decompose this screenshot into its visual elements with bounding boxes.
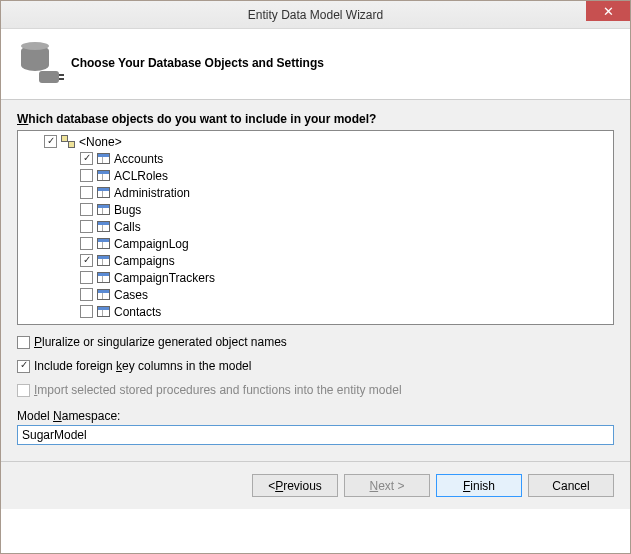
- titlebar: Entity Data Model Wizard ✕: [1, 1, 630, 29]
- database-icon: [19, 43, 59, 83]
- tree-item[interactable]: Administration: [80, 184, 613, 201]
- checkbox-root[interactable]: [44, 135, 57, 148]
- tree-item[interactable]: Bugs: [80, 201, 613, 218]
- table-icon: [97, 170, 110, 181]
- table-icon: [97, 306, 110, 317]
- option-import-sp-label: Import selected stored procedures and fu…: [34, 383, 402, 397]
- tree-item[interactable]: Cases: [80, 286, 613, 303]
- tree-item-label: Accounts: [114, 152, 163, 166]
- header-heading: Choose Your Database Objects and Setting…: [71, 56, 324, 70]
- question-label: Which database objects do you want to in…: [17, 112, 614, 126]
- tree-item[interactable]: Contacts: [80, 303, 613, 320]
- checkbox-item[interactable]: [80, 271, 93, 284]
- table-icon: [97, 255, 110, 266]
- wizard-footer: < Previous Next > Finish Cancel: [1, 461, 630, 509]
- table-icon: [97, 187, 110, 198]
- checkbox-item[interactable]: [80, 254, 93, 267]
- tree-item-label: CampaignLog: [114, 237, 189, 251]
- checkbox-item[interactable]: [80, 220, 93, 233]
- tree-item-label: Calls: [114, 220, 141, 234]
- tree-item[interactable]: Accounts: [80, 150, 613, 167]
- close-icon: ✕: [603, 4, 614, 19]
- tree-item-label: Bugs: [114, 203, 141, 217]
- tree-item[interactable]: CampaignTrackers: [80, 269, 613, 286]
- checkbox-item[interactable]: [80, 169, 93, 182]
- table-icon: [97, 153, 110, 164]
- close-button[interactable]: ✕: [586, 1, 630, 21]
- tree-root-label: <None>: [79, 135, 122, 149]
- next-button: Next >: [344, 474, 430, 497]
- checkbox-item[interactable]: [80, 186, 93, 199]
- checkbox-import-sp: [17, 384, 30, 397]
- table-icon: [97, 272, 110, 283]
- tree-item[interactable]: CampaignLog: [80, 235, 613, 252]
- tree-item[interactable]: ACLRoles: [80, 167, 613, 184]
- table-icon: [97, 221, 110, 232]
- wizard-header: Choose Your Database Objects and Setting…: [1, 29, 630, 99]
- checkbox-foreign-keys[interactable]: [17, 360, 30, 373]
- option-pluralize-label: Pluralize or singularize generated objec…: [34, 335, 287, 349]
- tree-item-label: Contacts: [114, 305, 161, 319]
- checkbox-item[interactable]: [80, 305, 93, 318]
- checkbox-item[interactable]: [80, 152, 93, 165]
- previous-button[interactable]: < Previous: [252, 474, 338, 497]
- option-foreign-keys[interactable]: Include foreign key columns in the model: [17, 359, 614, 373]
- option-import-sp: Import selected stored procedures and fu…: [17, 383, 614, 397]
- namespace-input[interactable]: [17, 425, 614, 445]
- tree-item[interactable]: Campaigns: [80, 252, 613, 269]
- tree-item[interactable]: Calls: [80, 218, 613, 235]
- finish-button[interactable]: Finish: [436, 474, 522, 497]
- option-foreign-keys-label: Include foreign key columns in the model: [34, 359, 251, 373]
- checkbox-item[interactable]: [80, 203, 93, 216]
- table-icon: [97, 238, 110, 249]
- objects-tree[interactable]: <None> AccountsACLRolesAdministrationBug…: [17, 130, 614, 325]
- checkbox-item[interactable]: [80, 288, 93, 301]
- cancel-button[interactable]: Cancel: [528, 474, 614, 497]
- tree-item-label: CampaignTrackers: [114, 271, 215, 285]
- checkbox-pluralize[interactable]: [17, 336, 30, 349]
- tree-item-label: Administration: [114, 186, 190, 200]
- tree-root-node[interactable]: <None>: [44, 133, 613, 150]
- namespace-label: Model Namespace:: [17, 409, 614, 423]
- tree-item-label: ACLRoles: [114, 169, 168, 183]
- window-title: Entity Data Model Wizard: [248, 8, 383, 22]
- tree-item-label: Cases: [114, 288, 148, 302]
- tree-item-label: Campaigns: [114, 254, 175, 268]
- table-icon: [97, 204, 110, 215]
- option-pluralize[interactable]: Pluralize or singularize generated objec…: [17, 335, 614, 349]
- schema-icon: [61, 135, 75, 148]
- main-panel: Which database objects do you want to in…: [1, 100, 630, 461]
- table-icon: [97, 289, 110, 300]
- checkbox-item[interactable]: [80, 237, 93, 250]
